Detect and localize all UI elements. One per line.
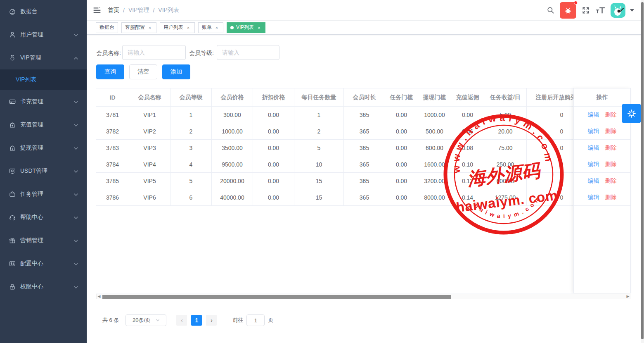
cell: 0.14 [451, 189, 484, 206]
member-level-input[interactable] [217, 45, 279, 60]
search-icon[interactable] [547, 6, 554, 14]
horizontal-scrollbar[interactable]: ◀ ▶ [96, 294, 631, 299]
tag-kefu-config[interactable]: 客服配置 × [121, 22, 156, 33]
navbar-actions [547, 2, 644, 19]
horizontal-scrollbar-thumb[interactable] [102, 295, 451, 299]
tags-view-bar: 数据台 客服配置 × 用户列表 × 账单 × VIP列表 × [87, 21, 644, 35]
cell: 9500.00 [212, 156, 253, 173]
sidebar-item-withdraw[interactable]: 提现管理 [0, 136, 87, 160]
bag-arrow-up-icon [9, 121, 16, 129]
delete-link[interactable]: 删除 [605, 144, 617, 152]
close-icon[interactable]: × [147, 25, 153, 30]
sidebar-item-tasks[interactable]: 任务管理 [0, 183, 87, 206]
cell: 0.00 [253, 156, 294, 173]
cell-id: 3786 [96, 189, 129, 206]
sidebar-item-vip[interactable]: VIP管理 [0, 46, 87, 69]
prev-page-button[interactable]: ‹ [176, 315, 187, 326]
edit-link[interactable]: 编辑 [588, 177, 599, 185]
cell: VIP4 [129, 156, 170, 173]
row-actions: 编辑删除 [574, 189, 630, 206]
vertical-scrollbar-thumb[interactable] [641, 2, 644, 339]
col-daily-tasks: 每日任务数量 [294, 88, 344, 107]
active-dot [230, 26, 234, 29]
member-level-label: 会员等级: [189, 50, 214, 57]
clear-button[interactable]: 清空 [129, 64, 157, 79]
edit-link[interactable]: 编辑 [588, 161, 599, 168]
current-page-button[interactable]: 1 [191, 315, 202, 326]
tag-label: VIP列表 [236, 24, 254, 31]
edit-link[interactable]: 编辑 [588, 194, 599, 201]
font-size-icon[interactable] [595, 6, 605, 14]
chevron-down-icon [73, 122, 78, 127]
breadcrumb-vip[interactable]: VIP管理 [128, 7, 149, 14]
tag-dashboard[interactable]: 数据台 [96, 22, 118, 33]
cell: 3200.00 [418, 173, 451, 189]
settings-gear-button[interactable] [622, 104, 641, 123]
query-button[interactable]: 查询 [96, 64, 124, 79]
goto-page-input[interactable] [246, 314, 265, 326]
sidebar-item-users[interactable]: 用户管理 [0, 23, 87, 46]
cell: 0.00 [385, 140, 418, 156]
edit-link[interactable]: 编辑 [588, 144, 599, 152]
cell: 1000.00 [212, 123, 253, 140]
edit-link[interactable]: 编辑 [588, 128, 599, 135]
sidebar-item-permissions[interactable]: 权限中心 [0, 275, 87, 298]
col-operation: 操作 [574, 88, 630, 107]
delete-link[interactable]: 删除 [605, 194, 617, 201]
tag-user-list[interactable]: 用户列表 × [160, 22, 195, 33]
cell: 40000.00 [212, 189, 253, 206]
table-body: 3781VIP11300.000.0013650.001000.000.005.… [96, 107, 630, 206]
cell: 0.00 [253, 189, 294, 206]
goto-label: 前往 [232, 317, 243, 324]
delete-link[interactable]: 删除 [605, 177, 617, 185]
close-icon[interactable]: × [185, 25, 191, 30]
close-icon[interactable]: × [214, 25, 220, 30]
tag-vip-list-active[interactable]: VIP列表 × [227, 22, 265, 33]
breadcrumb-home[interactable]: 首页 [108, 7, 119, 14]
cell: 5 [170, 173, 212, 189]
cell: VIP3 [129, 140, 170, 156]
table-row: 3783VIP333500.000.0053650.00600.000.0875… [96, 140, 630, 156]
tag-bill[interactable]: 账单 × [198, 22, 223, 33]
sidebar-item-dashboard[interactable]: 数据台 [0, 0, 87, 23]
sidebar-item-recharge[interactable]: 充值管理 [0, 113, 87, 136]
sidebar-item-marketing[interactable]: 营销管理 [0, 229, 87, 252]
briefcase-icon [9, 191, 16, 198]
close-icon[interactable]: × [256, 25, 262, 30]
cell: 2 [170, 123, 212, 140]
scroll-left-icon[interactable]: ◀ [97, 294, 102, 299]
sidebar-item-card-recharge[interactable]: 卡充管理 [0, 90, 87, 113]
page-size-select[interactable]: 20条/页 [125, 314, 166, 326]
delete-link[interactable]: 删除 [605, 161, 617, 168]
sidebar-toggle-icon[interactable] [93, 6, 101, 14]
breadcrumb-separator: / [123, 7, 125, 14]
cell-id: 3785 [96, 173, 129, 189]
breadcrumb-separator: / [153, 7, 154, 14]
error-log-button[interactable] [560, 2, 576, 19]
cell-id: 3782 [96, 123, 129, 140]
chevron-down-icon [73, 169, 78, 174]
member-name-input[interactable] [122, 45, 186, 60]
gear-icon [627, 109, 637, 119]
chevron-down-icon [73, 261, 78, 266]
row-actions: 编辑删除 [574, 123, 630, 140]
vertical-scrollbar[interactable] [641, 0, 644, 343]
breadcrumb-current: VIP列表 [158, 7, 179, 14]
scroll-right-icon[interactable]: ▶ [625, 294, 630, 299]
sidebar-item-label: USDT管理 [20, 167, 47, 175]
notification-dot [574, 1, 578, 5]
sidebar-item-vip-list[interactable]: VIP列表 [0, 69, 87, 90]
delete-link[interactable]: 删除 [605, 111, 617, 119]
avatar[interactable] [611, 3, 625, 18]
cell: VIP1 [129, 107, 170, 123]
edit-link[interactable]: 编辑 [588, 111, 599, 119]
table-row: 3782VIP221000.000.0023650.00500.000.0620… [96, 123, 630, 140]
sidebar-item-help[interactable]: 帮助中心 [0, 206, 87, 229]
add-button[interactable]: 添加 [162, 64, 190, 79]
avatar-dropdown-caret[interactable] [630, 9, 634, 12]
fullscreen-icon[interactable] [582, 6, 590, 14]
next-page-button[interactable]: › [206, 315, 217, 326]
sidebar-item-config[interactable]: 配置中心 [0, 252, 87, 275]
sidebar-item-usdt[interactable]: USDT管理 [0, 160, 87, 183]
delete-link[interactable]: 删除 [605, 128, 617, 135]
